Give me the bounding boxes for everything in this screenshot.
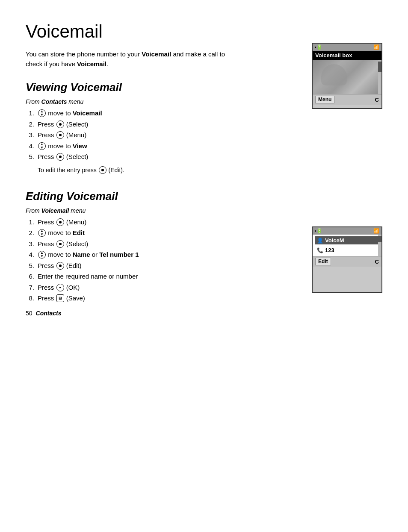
screen2-body: 👤 VoiceM 📞 123 [313,235,381,256]
select-icon [56,262,64,270]
section2: Editing Voicemail From Voicemail menu 1.… [26,190,235,304]
page-title: Voicemail [26,21,382,42]
screen1-body [313,60,381,94]
step-bold-name: Name [73,251,90,258]
edit-icon [99,166,106,174]
nav-icon: ▲▼ [38,109,46,117]
step-num: 5. [26,151,34,162]
screen2-icon-left: ▪🔋 [315,228,322,234]
screen1-menu-btn: Menu [315,96,334,103]
screen1-icon-battery: ▪🔋 [315,44,322,50]
step-num: 3. [26,238,34,250]
step-content: Press (Select) [38,151,235,162]
screen1-header: ▪🔋 📶 [313,44,381,51]
screen1-icon-signal: 📶 [373,44,379,50]
intro-text3: . [106,60,108,68]
step-num: 6. [26,271,34,282]
select-icon [56,131,64,139]
step-num: 7. [26,282,34,293]
screen1-image [313,60,381,94]
from-suffix2: menu [69,207,86,214]
step-num: 3. [26,129,34,141]
phone-screen-voicemail-box: ▪🔋 📶 Voicemail box Menu C [312,43,382,109]
from-prefix1: From [26,98,41,105]
chapter-name: Contacts [36,310,62,317]
step-content: Press (Menu) [38,217,235,228]
from-bold2: Voicemail [41,207,69,214]
ok-icon: ● [56,284,64,291]
screen2-row2-icon: 📞 [317,247,323,253]
nav-icon: ▲▼ [38,229,46,237]
step-num: 4. [26,141,34,152]
step-bold-tel: Tel number 1 [99,251,139,258]
step-1-2: 2. Press (Select) [26,119,235,130]
screen1-scrollbar [378,60,381,94]
page-footer: 50 Contacts [26,310,61,317]
step-content: Press (Select) [38,238,235,250]
screen2-row2: 📞 123 [315,246,379,254]
from-bold1: Contacts [41,98,67,105]
step-content: Press ⊟ (Save) [38,293,235,304]
from-suffix1: menu [67,98,83,105]
nav-icon: ▲▼ [38,251,46,259]
step-bold: Voicemail [73,109,102,117]
step-content: ▲▼ move to Name or Tel number 1 [38,249,235,260]
step-content: Press (Edit) [38,260,235,271]
screen2-header: ▪🔋 📶 [313,227,381,235]
select-icon [56,218,64,226]
screen2-row1-icon: 👤 [317,238,323,244]
step-num: 5. [26,260,34,271]
phone-screen-edit: ▪🔋 📶 👤 VoiceM 📞 123 Edit C [312,226,382,293]
screen2-c-btn: C [375,259,379,265]
section1-steps: 1. ▲▼ move to Voicemail 2. Press (Select… [26,108,235,162]
screen2-edit-btn: Edit [315,258,331,265]
screen2-scrollbar [378,235,381,256]
step-content: Press (Select) [38,119,235,130]
intro-paragraph: You can store the phone number to your V… [26,50,231,69]
step-content: Enter the required name or number [38,271,235,282]
select-icon [56,240,64,248]
step-1-3: 3. Press (Menu) [26,129,235,141]
step-num: 1. [26,108,34,119]
screen2-row2-text: 123 [325,247,334,253]
step-num: 8. [26,293,34,304]
step-2-6: 6. Enter the required name or number [26,271,235,282]
section2-heading: Editing Voicemail [26,190,235,203]
screen1-c-btn: C [375,97,379,103]
step-content: ▲▼ move to View [38,141,235,152]
step-content: ▲▼ move to Edit [38,227,235,238]
step-bold: View [73,142,87,150]
step-2-4: 4. ▲▼ move to Name or Tel number 1 [26,249,235,260]
screen1-title: Voicemail box [313,51,381,60]
screen2-row1: 👤 VoiceM [315,236,379,244]
main-content: Viewing Voicemail From Contacts menu 1. … [26,81,235,304]
step-2-5: 5. Press (Edit) [26,260,235,271]
intro-text1: You can store the phone number to your [26,50,142,58]
step-1-1: 1. ▲▼ move to Voicemail [26,108,235,119]
section1-heading: Viewing Voicemail [26,81,235,94]
screen1-scrollbar-thumb [378,62,381,72]
step-bold: Edit [73,229,85,236]
step-content: Press ● (OK) [38,282,235,293]
page-number: 50 [26,310,33,317]
section2-from-menu: From Voicemail menu [26,207,235,214]
screen2-row1-text: VoiceM [325,237,344,244]
from-prefix2: From [26,207,41,214]
step-2-3: 3. Press (Select) [26,238,235,250]
nav-icon: ▲▼ [38,142,46,150]
save-icon: ⊟ [56,294,64,302]
section2-steps: 1. Press (Menu) 2. ▲▼ move to Edit 3. [26,217,235,304]
step-1-5: 5. Press (Select) [26,151,235,162]
step-num: 4. [26,249,34,260]
section1-from-menu: From Contacts menu [26,98,235,105]
step-2-7: 7. Press ● (OK) [26,282,235,293]
screen1-footer: Menu C [313,94,381,105]
screen2-icon-right: 📶 [373,228,379,234]
select-icon [56,153,64,161]
screen2-footer: Edit C [313,256,381,267]
step-2-8: 8. Press ⊟ (Save) [26,293,235,304]
section1-note: To edit the entry press (Edit). [26,167,235,174]
step-1-4: 4. ▲▼ move to View [26,141,235,152]
step-2-2: 2. ▲▼ move to Edit [26,227,235,238]
step-content: ▲▼ move to Voicemail [38,108,235,119]
